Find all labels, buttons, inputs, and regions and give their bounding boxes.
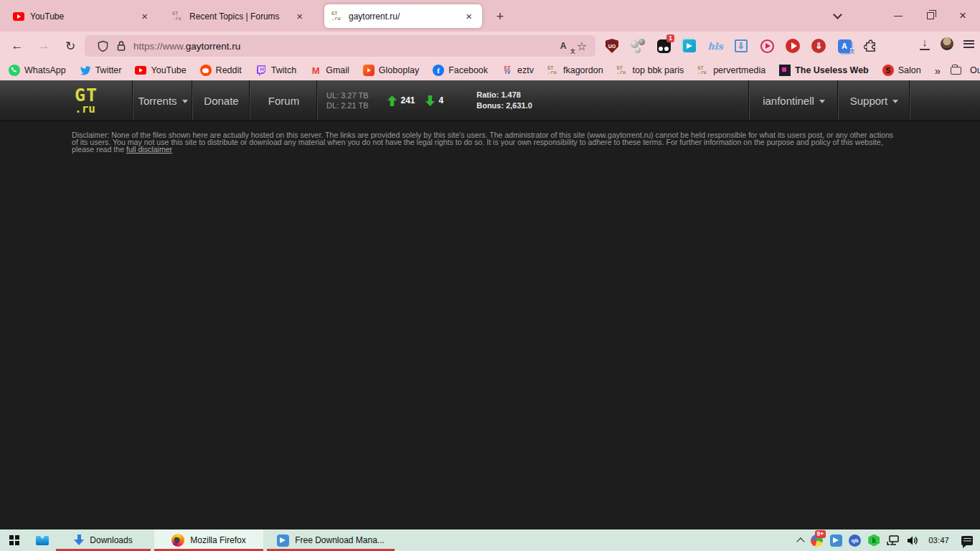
new-tab-button[interactable]: + [491,7,509,26]
forward-button[interactable]: → [35,37,52,55]
ratio-value: Ratio: 1.478 [476,90,532,100]
bookmark-pervertmedia[interactable]: GT.ru pervertmedia [697,65,765,76]
download-circle-extension-icon[interactable]: ⇓ [811,38,826,54]
address-bar[interactable]: https://www.gaytorrent.ru A文 ☆ [85,35,595,57]
tray-hidden-icons-chevron[interactable] [797,537,805,545]
download-box-extension-icon[interactable]: ⇩ [733,38,749,54]
tab-gaytorrent-active[interactable]: GT.ru gaytorrent.ru/ × [324,4,482,28]
bookmark-twitch[interactable]: Twitch [255,65,296,76]
bookmarks-overflow-chevron[interactable]: » [935,65,941,77]
close-window-button[interactable]: × [948,0,977,32]
extension-icons-row: UO 1 hls ⇩ ⇓ A文 [604,38,878,54]
chevron-down-icon [892,100,898,103]
toolbar-right-cluster: ↓ [919,37,974,50]
leeching-arrow-down-icon [425,95,435,106]
nav-forum[interactable]: Forum [250,80,317,121]
twitter-icon [80,65,91,76]
page-content: GT .ru Torrents Donate Forum UL: 3.27 TB… [0,80,980,529]
whatsapp-icon [9,65,20,76]
full-disclaimer-link[interactable]: full disclaimer [126,145,172,154]
youtube-icon [135,65,146,76]
browser-toolbar: ← → ↻ https://www.gaytorrent.ru A文 ☆ UO … [0,32,980,60]
bookmark-youtube[interactable]: YouTube [135,65,186,76]
tab-close-icon[interactable]: × [137,9,152,24]
nav-donate[interactable]: Donate [193,80,250,121]
user-menu[interactable]: ianfontinell [750,80,838,121]
tab-forums[interactable]: GT.ru Recent Topics | Forums × [165,4,313,28]
maximize-button[interactable] [916,0,945,32]
taskbar-button-fdm[interactable]: Free Download Mana... [267,529,395,551]
bookmark-star-icon[interactable]: ☆ [574,38,590,54]
back-icon: ← [11,39,24,53]
tray-badge: 9+ [815,530,826,538]
gt-favicon: GT.ru [331,11,343,22]
bookmark-gmail[interactable]: M Gmail [310,65,349,76]
site-logo[interactable]: GT .ru [0,80,133,121]
chevron-down-icon [819,100,825,103]
lock-icon[interactable] [113,38,129,54]
bookmark-folder-outros-favoritos[interactable]: Outros favoritos [951,65,980,75]
network-icon[interactable] [887,534,900,547]
volume-icon[interactable] [906,534,919,547]
minimize-icon [894,16,903,17]
support-menu[interactable]: Support [839,80,910,121]
bookmark-facebook[interactable]: f Facebook [433,65,488,76]
downloads-icon[interactable]: ↓ [919,37,930,50]
bookmark-reddit[interactable]: Reddit [200,65,242,76]
tray-kaspersky-icon[interactable]: k [867,534,880,547]
disclaimer-text: Disclaimer: None of the files shown here… [72,131,898,154]
tab-close-icon[interactable]: × [461,9,476,24]
taskbar-button-downloads[interactable]: Downloads [56,529,151,551]
tab-youtube[interactable]: YouTube × [6,4,158,28]
bookmark-twitter[interactable]: Twitter [80,65,122,76]
restore-icon [927,12,934,19]
clock[interactable]: 03:47 [928,536,949,545]
play-circle-extension-icon[interactable] [785,38,801,54]
action-center-icon[interactable] [961,536,973,545]
folder-icon [951,67,961,75]
page-arrow-extension-icon[interactable] [682,38,697,54]
nav-torrents[interactable]: Torrents [133,80,192,121]
firefox-icon [171,534,184,547]
bookmark-useless-web[interactable]: The Useless Web [779,65,869,76]
play-ring-extension-icon[interactable] [759,38,775,54]
gt-favicon: GT.ru [697,65,709,76]
mail-taskbar-button[interactable] [29,529,56,551]
tray-qbittorrent-icon[interactable]: qb [849,534,861,547]
minimize-button[interactable] [884,0,913,32]
tab-close-icon[interactable]: × [292,9,307,24]
taskbar-button-firefox[interactable]: Mozilla Firefox [154,529,263,551]
windows-taskbar: Downloads Mozilla Firefox Free Download … [0,529,980,551]
bookmark-top-bbk-paris[interactable]: GT.ru top bbk paris [617,65,684,76]
reload-button[interactable]: ↻ [62,37,79,55]
chevron-down-icon [833,10,842,19]
translate-extension-icon[interactable]: A文 [837,38,852,54]
tray-fdm-icon[interactable] [829,534,842,547]
hls-downloader-extension-icon[interactable]: hls [707,38,723,54]
bookmark-salon[interactable]: S Salon [882,65,921,76]
tab-title: YouTube [30,11,137,22]
spheres-extension-icon[interactable] [630,38,646,54]
tab-list-dropdown-button[interactable] [823,0,852,32]
back-button[interactable]: ← [9,37,26,55]
bookmark-globoplay[interactable]: Globoplay [363,65,419,76]
bookmark-whatsapp[interactable]: WhatsApp [9,65,66,76]
downloader-eyes-extension-icon[interactable]: 1 [656,38,672,54]
bookmark-fkagordon[interactable]: GT.ru fkagordon [547,65,603,76]
notification-badge: 1 [666,34,674,42]
start-button[interactable] [0,529,29,551]
seeding-count: 241 [401,95,415,105]
leeching-count: 4 [439,95,444,105]
tray-pie-icon[interactable]: 9+ [810,534,823,547]
url-domain: gaytorrent.ru [186,41,241,52]
translate-page-icon[interactable]: A文 [555,38,571,54]
bookmark-eztv[interactable]: EZTV eztv [501,65,534,76]
tracking-protection-shield-icon[interactable] [95,38,110,54]
menu-icon[interactable] [963,40,974,48]
ublock-origin-extension-icon[interactable]: UO [604,38,620,54]
facebook-icon: f [433,65,444,76]
bonus-value: Bonus: 2,631.0 [476,100,532,111]
extensions-puzzle-icon[interactable] [862,38,878,54]
url-text[interactable]: https://www.gaytorrent.ru [133,41,552,52]
account-avatar[interactable] [941,37,953,50]
